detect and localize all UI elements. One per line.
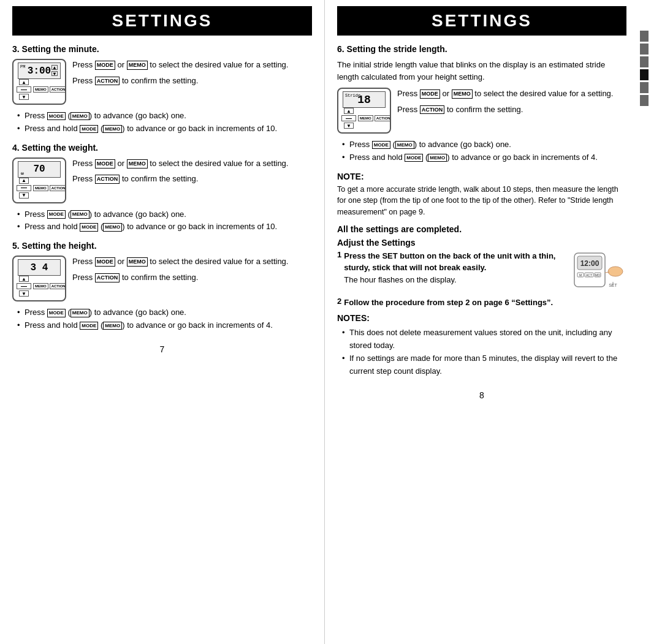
section-6: 6. Setting the stride length. The initia… [337,44,626,164]
pedo-6-screen: Stride 18 [343,91,386,108]
mode-btn-b5-2: MODE [80,322,98,330]
press-label-4a: Press [72,159,93,168]
right-page-number: 8 [337,390,626,400]
step-1-sub: The hour flashes on the display. [344,274,561,286]
pm-label: PM [20,64,25,69]
section-5-title: 5. Setting the height. [12,241,312,251]
memo-btn-6a: MEMO [452,89,473,99]
mode-btn-6a: MODE [420,89,440,99]
right-page-inner: SETTINGS 6. Setting the stride length. T… [337,6,637,400]
bullet-4-1: Press MODE (MEMO) to advance (go back) o… [17,208,312,221]
section-6-intro: The initial stride length value that bli… [337,59,626,83]
svg-text:M: M [579,273,582,277]
bullet-6-1: Press MODE (MEMO) to advance (go back) o… [342,138,626,151]
notes-section: NOTES: This does not delete measurement … [337,313,626,377]
note-text: To get a more accurate stride length, wa… [337,184,626,218]
bullet-5-1: Press MODE (MEMO) to advance (go back) o… [17,306,312,319]
action-btn-4: ACTION [95,175,120,184]
pedometer-5: 3 4 ▲ — ▼ MEMO ACTION MODE [12,256,66,301]
section-5: 5. Setting the height. 3 4 ▲ — ▼ [12,241,312,332]
memo-btn-b4-2: MEMO [103,223,122,232]
memo-btn-b6-2: MEMO [428,154,447,162]
scroll-block-5 [640,82,649,93]
section-3-device: PM 3:00 ▲ ▼ ▲ — ▼ [12,59,66,105]
pedo-4-value: 70 [33,164,45,175]
action-btn-6: ACTION [420,105,445,115]
section-4: 4. Setting the weight. 70 ω ▲ — ▼ [12,143,312,234]
press-label-6b: Press [397,105,417,114]
section-5-device-row: 3 4 ▲ — ▼ MEMO ACTION MODE [12,256,312,301]
scroll-block-2 [640,44,649,55]
section-6-inst1: Press MODE or MEMO to select the desired… [397,88,626,100]
pedo-4-unit: ω [21,170,24,176]
bullet-4-2: Press and hold MODE (MEMO) to advance or… [17,221,312,233]
section-4-instructions: Press MODE or MEMO to select the desired… [72,157,312,185]
pedo-5-screen: 3 4 [18,259,61,276]
step-2-num: 2 [337,297,341,309]
memo-btn-b3-2: MEMO [103,125,122,134]
right-settings-header: SETTINGS [337,6,626,36]
mode-btn-4a: MODE [95,159,115,169]
action-btn-5: ACTION [95,273,120,282]
bullet-3-1: Press MODE (MEMO) to advance (go back) o… [17,110,312,123]
action-btn-3: ACTION [95,77,120,86]
mode-btn-b3-2: MODE [80,125,98,134]
hand-device-illustration: 12:00 M ACT MD [571,250,626,293]
memo-btn-3a: MEMO [127,61,148,70]
adjust-note-1: This does not delete measurement values … [342,327,626,352]
left-settings-header: SETTINGS [12,6,312,36]
bullet-5-2: Press and hold MODE (MEMO) to advance or… [17,319,312,332]
scroll-block-4 [640,69,649,80]
memo-btn-b5-1: MEMO [70,309,89,317]
step-1: 1 Press the SET button on the back of th… [337,250,626,293]
step-1-num: 1 [337,250,341,293]
step-1-text-block: Press the SET button on the back of the … [344,250,561,286]
step-1-text: Press the SET button on the back of the … [344,250,561,274]
press-label-4b: Press [72,174,93,183]
bullet-3-2: Press and hold MODE (MEMO) to advance or… [17,123,312,135]
scroll-block-1 [640,31,649,42]
press-label-3a: Press [72,60,93,69]
left-page: SETTINGS 3. Setting the minute. PM 3:00 … [0,0,325,644]
pedometer-6: Stride 18 ▲ — ▼ MEMO [337,88,391,134]
right-scrollbar [640,31,650,106]
adjust-notes-list: This does not delete measurement values … [342,327,626,377]
scroll-block-3 [640,56,649,67]
pedo-5-value: 3 4 [31,262,48,273]
section-5-bullets: Press MODE (MEMO) to advance (go back) o… [17,306,312,332]
section-5-instructions: Press MODE or MEMO to select the desired… [72,256,312,283]
section-3-device-row: PM 3:00 ▲ ▼ ▲ — ▼ [12,59,312,105]
memo-btn-b5-2: MEMO [103,322,122,330]
memo-btn-4a: MEMO [127,159,148,169]
step-2: 2 Follow the procedure from step 2 on pa… [337,297,626,309]
stride-label: Stride [345,93,360,98]
section-5-inst2: Press ACTION to confirm the setting. [72,271,312,284]
memo-btn-b6-1: MEMO [395,141,414,150]
memo-btn-b4-1: MEMO [70,210,89,219]
section-3-title: 3. Setting the minute. [12,44,312,54]
mode-btn-b5-1: MODE [47,309,66,317]
mode-btn-b4-1: MODE [47,210,66,219]
press-label-3b: Press [72,76,93,85]
notes-title: NOTES: [337,313,626,323]
memo-btn-5a: MEMO [127,257,148,267]
pedometer-3: PM 3:00 ▲ ▼ ▲ — ▼ [12,59,66,105]
step-1-content: Press the SET button on the back of the … [344,250,626,293]
adjust-note-2: If no settings are made for more than 5 … [342,352,626,378]
memo-btn-b3-1: MEMO [70,112,89,121]
step-2-text: Follow the procedure from step 2 on page… [344,297,553,309]
section-3-inst1: Press MODE or MEMO to select the desired… [72,59,312,71]
bullet-6-2: Press and hold MODE (MEMO) to advance or… [342,151,626,164]
section-6-bullets: Press MODE (MEMO) to advance (go back) o… [342,138,626,164]
section-4-inst2: Press ACTION to confirm the setting. [72,173,312,185]
svg-text:12:00: 12:00 [580,259,599,268]
mode-btn-5a: MODE [95,257,115,267]
pedo-4-screen: 70 ω [18,161,61,178]
mode-btn-b6-1: MODE [372,141,390,150]
right-page: SETTINGS 6. Setting the stride length. T… [325,0,650,644]
step-1-row: Press the SET button on the back of the … [344,250,626,293]
section-6-instructions: Press MODE or MEMO to select the desired… [397,88,626,115]
section-6-device-row: Stride 18 ▲ — ▼ MEMO [337,88,626,134]
press-label-5b: Press [72,273,93,282]
note-title: NOTE: [337,172,626,181]
